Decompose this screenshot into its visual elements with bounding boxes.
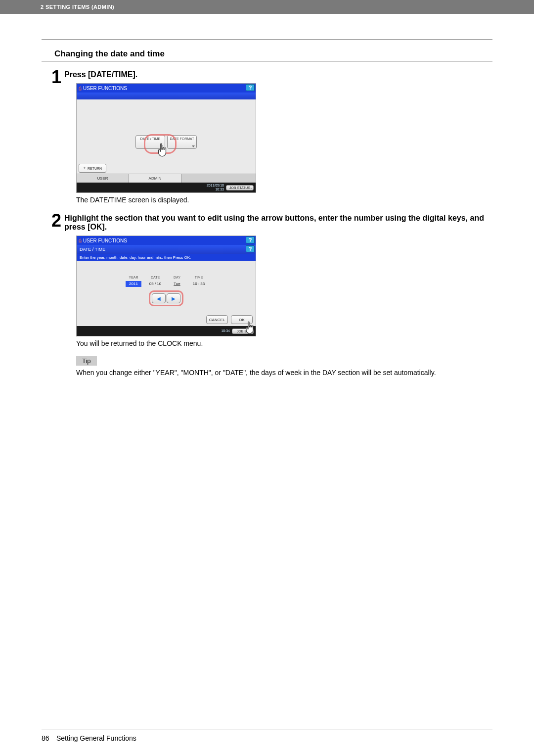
help-icon[interactable]: ? xyxy=(246,84,255,91)
help-icon[interactable]: ? xyxy=(246,245,255,252)
footer-section: Setting General Functions xyxy=(56,734,136,742)
ss1-timestamp: 2011/05/10 10:33 xyxy=(207,184,224,191)
ss2-instruction: Enter the year, month, date, day, hour a… xyxy=(77,254,256,261)
step-1-heading: Press [DATE/TIME]. xyxy=(64,70,492,79)
step-1-number: 1 xyxy=(42,68,61,204)
year-value[interactable]: 2011 xyxy=(126,281,141,287)
printer-icon: ⎙ xyxy=(79,238,82,243)
chevron-right-icon: ▸ xyxy=(251,187,252,189)
arrow-right-button[interactable]: ▶ xyxy=(167,293,180,303)
section-title: Changing the date and time xyxy=(42,49,492,59)
help-icon[interactable]: ? xyxy=(246,236,255,243)
field-day: DAY Tue xyxy=(169,276,185,287)
ss1-titlebar: ⎙ USER FUNCTIONS ? xyxy=(77,84,256,93)
field-year: YEAR 2011 xyxy=(126,276,141,287)
step-2-caption: You will be returned to the CLOCK menu. xyxy=(76,339,492,347)
rule-top xyxy=(42,40,492,40)
ss1-title: USER FUNCTIONS xyxy=(83,86,127,91)
field-date: DATE 05 / 10 xyxy=(147,276,163,287)
tip-label: Tip xyxy=(76,356,97,366)
cursor-hand-icon xyxy=(156,143,169,158)
screenshot-2: ⎙ USER FUNCTIONS ? DATE / TIME ? Enter t… xyxy=(76,236,256,336)
ss2-fields: YEAR 2011 DATE 05 / 10 DAY Tue TIME xyxy=(126,276,207,287)
tip-text: When you change either "YEAR", "MONTH", … xyxy=(76,369,452,377)
day-value[interactable]: Tue xyxy=(169,281,185,287)
ss2-body: YEAR 2011 DATE 05 / 10 DAY Tue TIME xyxy=(77,261,256,326)
tab-admin[interactable]: ADMIN xyxy=(129,174,181,183)
arrow-left-button[interactable]: ◀ xyxy=(152,293,166,303)
step-2-heading: Highlight the section that you want to e… xyxy=(64,214,492,232)
footer-rule xyxy=(42,729,492,729)
ss1-blue-strip xyxy=(77,93,256,99)
header-bar: 2 SETTING ITEMS (ADMIN) xyxy=(0,0,534,14)
ss2-status-row: 10:34 JOB ST xyxy=(77,326,256,336)
ss2-timestamp: 10:34 xyxy=(221,329,230,333)
step-2: 2 Highlight the section that you want to… xyxy=(42,212,492,377)
printer-icon: ⎙ xyxy=(79,86,82,91)
return-arrow-icon: ↥ xyxy=(83,166,86,170)
page-number: 86 xyxy=(42,734,54,742)
time-value[interactable]: 10 : 33 xyxy=(191,281,207,287)
step-2-number: 2 xyxy=(42,212,61,377)
ss1-status-row: 2011/05/10 10:33 JOB STATUS ▸ xyxy=(77,183,256,192)
field-time: TIME 10 : 33 xyxy=(191,276,207,287)
screenshot-1: ⎙ USER FUNCTIONS ? DATE / TIME DATE FORM… xyxy=(76,83,256,193)
ss1-tabs: USER ADMIN xyxy=(77,174,256,183)
page-content: Changing the date and time 1 Press [DATE… xyxy=(0,14,534,377)
page-footer: 86 Setting General Functions xyxy=(42,729,492,742)
rule-sub xyxy=(42,61,492,61)
ss1-body: DATE / TIME DATE FORMAT ↥ xyxy=(77,99,256,174)
arrow-button-group: ◀ ▶ xyxy=(149,290,183,306)
ss2-title: USER FUNCTIONS xyxy=(83,238,127,243)
step-1-body: Press [DATE/TIME]. ⎙ USER FUNCTIONS ? DA… xyxy=(64,68,492,204)
header-bar-text: 2 SETTING ITEMS (ADMIN) xyxy=(41,4,114,10)
step-1-caption: The DATE/TIME screen is displayed. xyxy=(76,196,492,204)
step-1: 1 Press [DATE/TIME]. ⎙ USER FUNCTIONS ? … xyxy=(42,68,492,204)
footer-text: 86 Setting General Functions xyxy=(42,734,492,742)
ss2-subtitle-bar: DATE / TIME ? xyxy=(77,245,256,254)
job-status-button[interactable]: JOB STATUS ▸ xyxy=(226,185,254,190)
cursor-hand-icon xyxy=(244,321,256,335)
date-value[interactable]: 05 / 10 xyxy=(147,281,163,287)
cancel-button[interactable]: CANCEL xyxy=(206,315,228,324)
chevron-down-icon xyxy=(192,145,195,147)
ss2-titlebar: ⎙ USER FUNCTIONS ? xyxy=(77,236,256,245)
step-2-body: Highlight the section that you want to e… xyxy=(64,212,492,377)
tab-user[interactable]: USER xyxy=(77,174,129,183)
return-button[interactable]: ↥ RETURN xyxy=(79,164,106,173)
ss2-subtitle: DATE / TIME xyxy=(80,247,105,252)
